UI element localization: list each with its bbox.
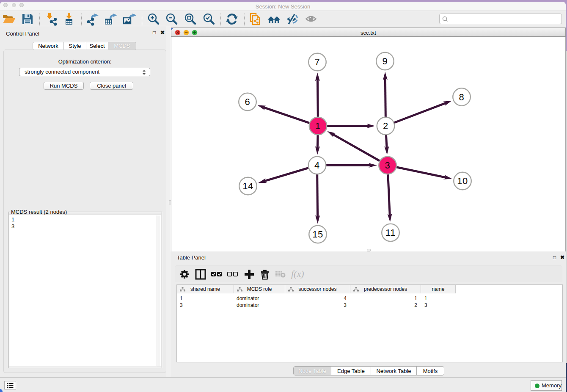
svg-text:9: 9: [383, 56, 388, 66]
svg-text:2: 2: [383, 121, 388, 131]
svg-text:14: 14: [242, 181, 253, 191]
svg-text:15: 15: [312, 229, 323, 240]
svg-text:1: 1: [315, 121, 321, 131]
svg-text:6: 6: [245, 97, 250, 107]
svg-text:11: 11: [385, 227, 396, 238]
svg-text:4: 4: [314, 160, 320, 171]
svg-text:10: 10: [457, 176, 468, 186]
svg-text:7: 7: [315, 57, 320, 67]
svg-text:3: 3: [385, 160, 391, 171]
svg-text:f(x): f(x): [291, 268, 304, 279]
svg-text:8: 8: [459, 91, 465, 102]
